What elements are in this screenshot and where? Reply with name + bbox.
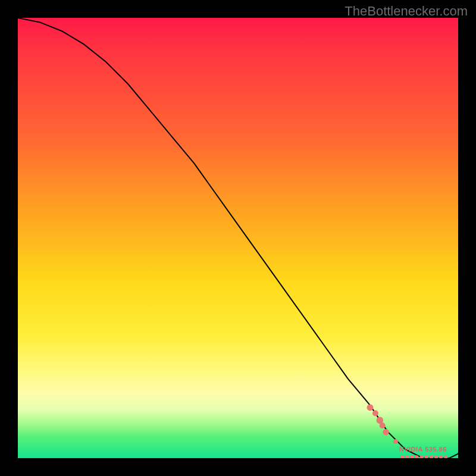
data-point [410,455,414,458]
data-point [380,422,386,428]
data-point [434,455,438,458]
series-label: NVIDIA 535.86 [399,446,447,453]
data-point [400,455,404,458]
data-point [393,439,398,444]
data-point [430,455,433,458]
watermark-text: TheBottlenecker.com [345,4,468,19]
bottleneck-curve [18,18,458,458]
data-point [372,411,378,416]
data-point [419,455,423,458]
chart-frame: TheBottlenecker.com NVIDIA 535.86 [0,0,476,476]
data-point [458,443,458,448]
data-point [405,455,409,458]
data-point [383,429,389,435]
data-point [444,455,447,458]
plot-area: NVIDIA 535.86 [18,18,458,458]
bottleneck-curve-svg: NVIDIA 535.86 [18,18,458,458]
data-point [367,404,374,411]
data-point [425,455,428,458]
data-point [439,455,443,458]
